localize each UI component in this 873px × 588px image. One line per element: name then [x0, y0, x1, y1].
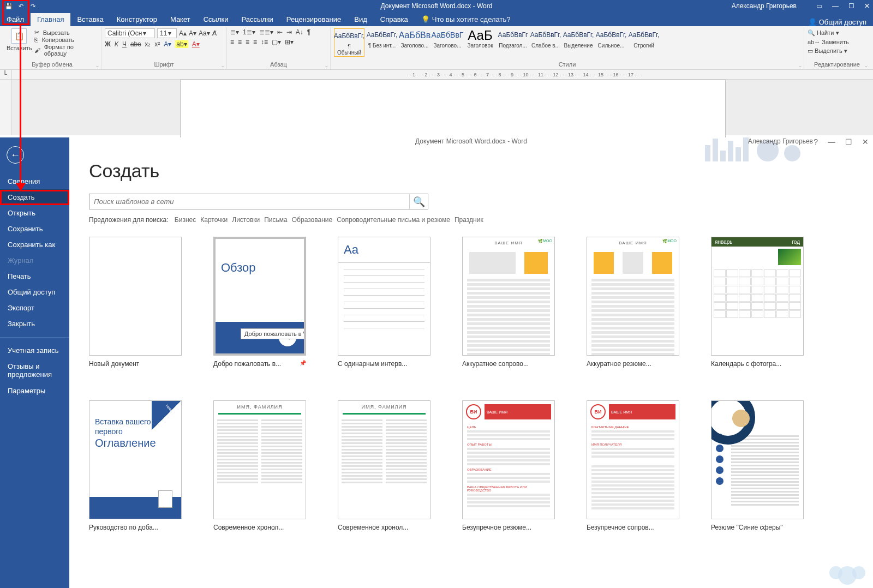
bold-button[interactable]: Ж — [105, 40, 111, 48]
template-tile[interactable]: Резюме "Синие сферы" — [711, 400, 804, 531]
user-name[interactable]: Александр Григорьев — [732, 2, 797, 10]
pin-icon[interactable]: 📌 — [300, 360, 306, 366]
suggest-link[interactable]: Образование — [292, 216, 332, 224]
template-tile[interactable]: ВИВАШЕ ИМЯКОНТАКТНЫЕ ДАННЫЕИМЯ ПОЛУЧАТЕЛ… — [587, 400, 679, 531]
bs-item-new[interactable]: Создать — [0, 189, 69, 205]
style-item[interactable]: АаБбВвГЗаголово... — [432, 28, 463, 49]
template-tile[interactable]: AaС одинарным интерв... — [338, 237, 430, 368]
template-tile[interactable]: ВИВАШЕ ИМЯЦЕЛЬОПЫТ РАБОТЫОБРАЗОВАНИЕВАША… — [462, 400, 555, 531]
suggest-link[interactable]: Листовки — [232, 216, 260, 224]
help-icon[interactable]: ? — [814, 137, 818, 146]
tab-home[interactable]: Главная — [31, 13, 70, 26]
tab-references[interactable]: Ссылки — [197, 13, 235, 26]
superscript-button[interactable]: x² — [154, 40, 160, 48]
bs-item-save[interactable]: Сохранить — [0, 221, 69, 237]
font-color-button[interactable]: A▾ — [192, 40, 200, 48]
template-tile[interactable]: 🌿MOOВАШЕ ИМЯАккуратное сопрово... — [462, 237, 555, 368]
maximize-icon[interactable]: ☐ — [848, 2, 854, 10]
style-item[interactable]: АаБбВвГг,Строгий — [629, 28, 659, 49]
template-tile[interactable]: Новый документ — [89, 237, 182, 368]
suggest-link[interactable]: Письма — [264, 216, 288, 224]
search-button[interactable]: 🔍 — [409, 194, 428, 209]
bs-item-saveas[interactable]: Сохранить как — [0, 237, 69, 253]
maximize-icon[interactable]: ☐ — [845, 137, 852, 146]
show-marks-button[interactable]: ¶ — [307, 28, 310, 36]
tab-view[interactable]: Вид — [348, 13, 374, 26]
clear-format-icon[interactable]: A̸ — [212, 29, 217, 37]
text-effects-button[interactable]: A▾ — [164, 40, 171, 48]
tab-insert[interactable]: Вставка — [70, 13, 110, 26]
bs-item-options[interactable]: Параметры — [0, 383, 69, 399]
change-case-icon[interactable]: Aa▾ — [199, 29, 210, 37]
search-input[interactable] — [89, 194, 409, 209]
tab-mail[interactable]: Рассылки — [235, 13, 279, 26]
underline-button[interactable]: Ч — [122, 40, 127, 48]
numbering-button[interactable]: 1≣▾ — [243, 28, 255, 36]
ruler-horizontal[interactable]: L · · 1 · · · 2 · · · 3 · · · 4 · · · 5 … — [0, 70, 873, 80]
multilevel-button[interactable]: ≣≣▾ — [259, 28, 273, 36]
minimize-icon[interactable]: — — [828, 137, 835, 146]
style-item[interactable]: АаБбВвГг,Сильное... — [596, 28, 626, 49]
bs-item-close[interactable]: Закрыть — [0, 316, 69, 332]
tab-design[interactable]: Конструктор — [110, 13, 164, 26]
highlight-button[interactable]: ab▾ — [175, 40, 188, 48]
borders-button[interactable]: ⊞▾ — [285, 38, 294, 46]
back-button[interactable]: ← — [7, 146, 24, 164]
template-tile[interactable]: Обзор→Добро пожаловать в WordДобро пожал… — [213, 237, 306, 368]
style-item[interactable]: АаБбВвГг,¶ Обычный — [334, 28, 364, 57]
bs-item-account[interactable]: Учетная запись — [0, 343, 69, 359]
tab-layout[interactable]: Макет — [164, 13, 197, 26]
redo-icon[interactable]: ↷ — [28, 2, 37, 10]
bs-item-share[interactable]: Общий доступ — [0, 284, 69, 300]
align-right-button[interactable]: ≡ — [246, 38, 249, 46]
tab-file[interactable]: Файл — [0, 13, 31, 26]
template-tile[interactable]: 🌿MOOВАШЕ ИМЯАккуратное резюме... — [587, 237, 679, 368]
close-icon[interactable]: ✕ — [864, 2, 870, 10]
indent-inc-button[interactable]: ⇥ — [286, 28, 292, 36]
bs-item-feedback[interactable]: Отзывы и предложения — [0, 359, 69, 383]
replace-button[interactable]: ab↔ Заменить — [808, 39, 849, 45]
shrink-font-icon[interactable]: A▾ — [189, 29, 196, 37]
style-item[interactable]: АаБбВвГг,Слабое в... — [530, 28, 561, 49]
style-item[interactable]: АаБбВвГг,¶ Без инт... — [367, 28, 397, 49]
style-item[interactable]: АаБбВвГгПодзагол... — [498, 28, 528, 49]
bullets-button[interactable]: ≣▾ — [230, 28, 239, 36]
tab-help[interactable]: Справка — [374, 13, 415, 26]
indent-dec-button[interactable]: ⇤ — [277, 28, 283, 36]
share-button[interactable]: 👤 Общий доступ — [808, 18, 866, 26]
style-item[interactable]: АаБбВвГг,Выделение — [563, 28, 594, 49]
select-button[interactable]: ▭ Выделить ▾ — [808, 47, 847, 55]
style-item[interactable]: АаБбВвЗаголово... — [399, 28, 430, 49]
font-size-combo[interactable]: 11▾ — [157, 28, 177, 38]
justify-button[interactable]: ≡ — [253, 38, 257, 46]
line-spacing-button[interactable]: ↕≡ — [261, 38, 268, 46]
bs-item-export[interactable]: Экспорт — [0, 300, 69, 316]
undo-icon[interactable]: ↶ — [16, 2, 25, 10]
bs-item-open[interactable]: Открыть — [0, 205, 69, 221]
save-icon[interactable]: 💾 — [4, 2, 13, 10]
suggest-link[interactable]: Карточки — [200, 216, 228, 224]
sort-button[interactable]: A↓ — [296, 28, 303, 36]
bs-item-info[interactable]: Сведения — [0, 173, 69, 189]
font-name-combo[interactable]: Calibri (Осн▾ — [105, 28, 155, 38]
bs-user-name[interactable]: Александр Григорьев — [748, 137, 813, 145]
close-icon[interactable]: ✕ — [862, 137, 869, 146]
minimize-icon[interactable]: — — [832, 2, 839, 10]
ruler-vertical[interactable] — [0, 80, 12, 135]
subscript-button[interactable]: x₂ — [145, 40, 151, 48]
suggest-link[interactable]: Бизнес — [175, 216, 196, 224]
styles-gallery[interactable]: АаБбВвГг,¶ ОбычныйАаБбВвГг,¶ Без инт...А… — [334, 28, 800, 61]
template-tile[interactable]: НовинкаВставка вашегопервогоОглавлениеРу… — [89, 400, 182, 531]
format-painter-button[interactable]: 🖌 Формат по образцу — [34, 44, 98, 57]
find-button[interactable]: 🔍 Найти ▾ — [808, 29, 839, 37]
suggest-link[interactable]: Сопроводительные письма и резюме — [337, 216, 450, 224]
align-center-button[interactable]: ≡ — [238, 38, 242, 46]
bs-item-print[interactable]: Печать — [0, 268, 69, 284]
italic-button[interactable]: К — [115, 40, 118, 48]
template-tile[interactable]: январьгодКалендарь с фотогра... — [711, 237, 804, 368]
ribbon-options-icon[interactable]: ▭ — [816, 2, 822, 10]
strike-button[interactable]: abc — [130, 40, 141, 48]
tab-review[interactable]: Рецензирование — [280, 13, 348, 26]
template-tile[interactable]: ИМЯ, ФАМИЛИЯСовременное хронол... — [213, 400, 306, 531]
template-search[interactable]: 🔍 — [89, 194, 428, 209]
